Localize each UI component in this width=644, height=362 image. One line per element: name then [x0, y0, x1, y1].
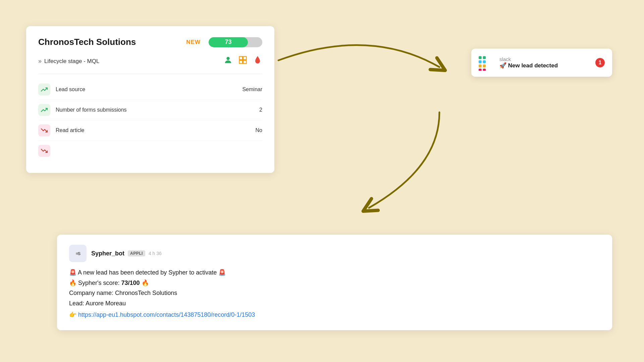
svg-point-0: [226, 57, 229, 60]
lead-source-icon: [38, 83, 50, 96]
message-line-3: Company name: ChronosTech Solutions: [69, 288, 600, 298]
property-row-lead-source: Lead source Seminar: [38, 79, 262, 100]
link-emoji: 👉: [69, 311, 78, 318]
svg-rect-9: [479, 64, 482, 67]
message-line-1: 🚨 A new lead has been detected by Sypher…: [69, 267, 600, 278]
hubspot-card: ChronosTech Solutions NEW 73 » Lifecycle…: [26, 26, 274, 173]
appli-badge: APPLI: [128, 250, 145, 256]
lead-source-label: Lead source: [56, 86, 242, 93]
svg-rect-8: [483, 56, 486, 59]
svg-rect-6: [483, 60, 486, 63]
message-body: 🚨 A new lead has been detected by Sypher…: [69, 267, 600, 320]
property-row-extra: [38, 141, 262, 161]
score-bar: 73: [209, 37, 262, 47]
score-bar-container: 73: [209, 37, 262, 47]
svg-rect-11: [479, 69, 482, 71]
extra-icon: [38, 145, 50, 157]
card-header: ChronosTech Solutions NEW 73: [38, 37, 262, 47]
read-article-icon: [38, 124, 50, 136]
lifecycle-row: » Lifecycle stage - MQL: [38, 55, 262, 74]
chevron-icon: »: [38, 58, 42, 65]
svg-rect-1: [239, 57, 243, 60]
svg-rect-5: [479, 60, 482, 63]
message-link-row: 👉 https://app-eu1.hubspot.com/contacts/1…: [69, 310, 600, 320]
company-name: ChronosTech Solutions: [38, 37, 178, 47]
message-line-2: 🔥 Sypher's score: 73/100 🔥: [69, 278, 600, 288]
lifecycle-label: » Lifecycle stage - MQL: [38, 58, 99, 65]
slack-notification-badge: 1: [595, 58, 605, 67]
property-row-read-article: Read article No: [38, 120, 262, 141]
message-timestamp: 4 h 36: [149, 251, 162, 256]
lead-source-value: Seminar: [242, 86, 262, 93]
svg-rect-4: [243, 60, 246, 63]
form-icon: [38, 104, 50, 116]
lifecycle-text: Lifecycle stage - MQL: [44, 58, 99, 65]
svg-rect-2: [243, 57, 246, 60]
slack-message-card: ≡S Sypher_bot APPLI 4 h 36 🚨 A new lead …: [57, 235, 612, 330]
sypher-avatar: ≡S: [69, 245, 87, 262]
message-line-4: Lead: Aurore Moreau: [69, 298, 600, 309]
slack-notification-message: 🚀 New lead detected: [499, 62, 591, 69]
lifecycle-icons: [223, 55, 262, 67]
slack-app-name: slack: [499, 56, 591, 62]
activation-icon[interactable]: [253, 55, 262, 67]
property-row-form-submissions: Number of forms submissions 2: [38, 100, 262, 120]
read-article-value: No: [256, 127, 262, 133]
read-article-label: Read article: [56, 127, 256, 133]
svg-rect-12: [483, 69, 486, 71]
svg-rect-10: [483, 64, 486, 67]
hubspot-link[interactable]: https://app-eu1.hubspot.com/contacts/143…: [78, 311, 255, 318]
message-header: ≡S Sypher_bot APPLI 4 h 36: [69, 245, 600, 262]
slack-notification-content: slack 🚀 New lead detected: [499, 56, 591, 69]
score-text: 73: [209, 37, 248, 47]
form-submissions-label: Number of forms submissions: [56, 107, 259, 113]
slack-notification[interactable]: slack 🚀 New lead detected 1: [471, 49, 612, 77]
message-meta: Sypher_bot APPLI 4 h 36: [91, 250, 600, 257]
bot-name: Sypher_bot: [91, 250, 124, 257]
building-icon[interactable]: [238, 55, 248, 67]
slack-logo-icon: [479, 55, 495, 71]
svg-rect-7: [479, 56, 482, 59]
svg-rect-3: [239, 60, 243, 63]
person-icon[interactable]: [223, 55, 233, 67]
status-badge: NEW: [186, 39, 201, 46]
form-submissions-value: 2: [259, 107, 262, 113]
